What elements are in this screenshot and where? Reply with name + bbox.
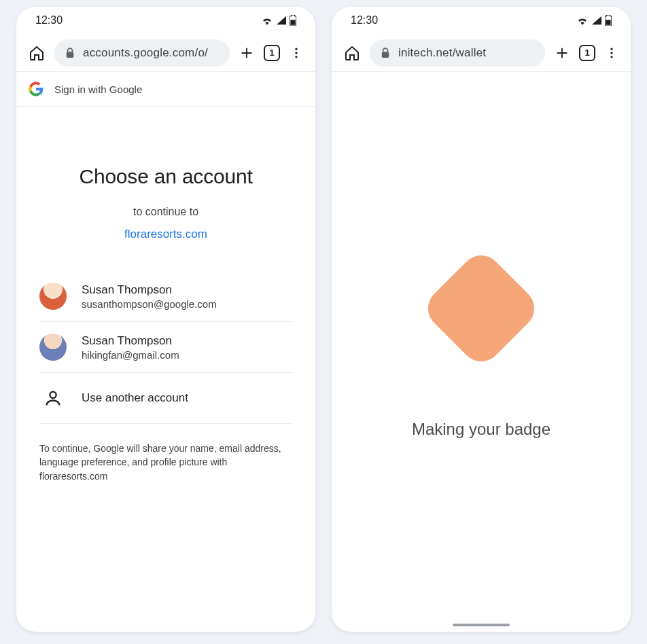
google-g-icon bbox=[29, 82, 43, 96]
sign-in-with-google-header: Sign in with Google bbox=[16, 72, 315, 107]
status-bar: 12:30 bbox=[16, 7, 315, 34]
new-tab-icon[interactable] bbox=[239, 46, 254, 60]
badge-spinner-icon bbox=[419, 247, 542, 370]
page-title: Choose an account bbox=[39, 165, 292, 188]
account-name: Susan Thompson bbox=[82, 334, 179, 348]
url-bar[interactable]: initech.net/wallet bbox=[370, 39, 545, 67]
overflow-menu-icon[interactable] bbox=[605, 46, 618, 60]
svg-rect-1 bbox=[67, 52, 74, 58]
account-name: Susan Thompson bbox=[82, 283, 217, 297]
browser-chrome: initech.net/wallet 1 bbox=[332, 34, 631, 72]
status-time: 12:30 bbox=[351, 14, 378, 26]
overflow-menu-icon[interactable] bbox=[290, 46, 303, 60]
lock-icon bbox=[381, 48, 390, 58]
svg-rect-6 bbox=[606, 20, 610, 25]
lock-icon bbox=[65, 48, 75, 58]
device-left: 12:30 accounts.google.com/o/ 1 Sign bbox=[16, 7, 315, 632]
tab-switcher[interactable]: 1 bbox=[579, 45, 595, 61]
subtitle: to continue to bbox=[39, 206, 292, 218]
svg-point-4 bbox=[295, 56, 297, 58]
svg-rect-0 bbox=[290, 20, 295, 25]
home-icon[interactable] bbox=[29, 45, 45, 61]
browser-chrome: accounts.google.com/o/ 1 bbox=[16, 34, 315, 72]
svg-point-10 bbox=[610, 56, 612, 58]
wifi-icon bbox=[261, 16, 273, 25]
svg-point-5 bbox=[50, 392, 56, 398]
use-another-label: Use another account bbox=[82, 391, 188, 405]
svg-point-3 bbox=[295, 52, 297, 54]
loading-message: Making your badge bbox=[412, 420, 550, 439]
cell-signal-icon bbox=[591, 16, 602, 25]
tab-switcher[interactable]: 1 bbox=[264, 45, 280, 61]
svg-point-2 bbox=[295, 48, 297, 50]
gis-title: Sign in with Google bbox=[54, 84, 142, 95]
account-email: hikingfan@gmail.com bbox=[82, 349, 179, 361]
device-right: 12:30 initech.net/wallet 1 Making your b… bbox=[332, 7, 631, 632]
gesture-bar bbox=[453, 624, 510, 626]
avatar bbox=[39, 334, 67, 361]
svg-point-8 bbox=[610, 48, 612, 50]
status-icons bbox=[261, 15, 296, 26]
account-chooser: Choose an account to continue to florare… bbox=[16, 107, 315, 632]
new-tab-icon[interactable] bbox=[555, 46, 570, 60]
disclosure-text: To continue, Google will share your name… bbox=[39, 442, 292, 483]
url-bar[interactable]: accounts.google.com/o/ bbox=[54, 39, 230, 67]
account-row[interactable]: Susan Thompson susanthompson@google.com bbox=[39, 271, 292, 322]
battery-icon bbox=[290, 15, 296, 26]
use-another-account-row[interactable]: Use another account bbox=[39, 373, 292, 424]
battery-icon bbox=[605, 15, 612, 26]
badge-loading-screen: Making your badge bbox=[332, 72, 631, 632]
status-icons bbox=[576, 15, 612, 26]
svg-point-9 bbox=[610, 52, 612, 54]
account-email: susanthompson@google.com bbox=[82, 298, 217, 310]
status-time: 12:30 bbox=[35, 14, 63, 26]
account-row[interactable]: Susan Thompson hikingfan@gmail.com bbox=[39, 322, 292, 373]
target-site-link[interactable]: floraresorts.com bbox=[39, 228, 292, 241]
person-add-icon bbox=[39, 384, 67, 412]
svg-rect-7 bbox=[382, 52, 389, 58]
wifi-icon bbox=[576, 16, 589, 25]
url-text: accounts.google.com/o/ bbox=[83, 46, 208, 60]
home-icon[interactable] bbox=[344, 45, 360, 61]
avatar bbox=[39, 283, 67, 310]
cell-signal-icon bbox=[276, 16, 287, 25]
url-text: initech.net/wallet bbox=[398, 46, 486, 60]
status-bar: 12:30 bbox=[332, 7, 631, 34]
